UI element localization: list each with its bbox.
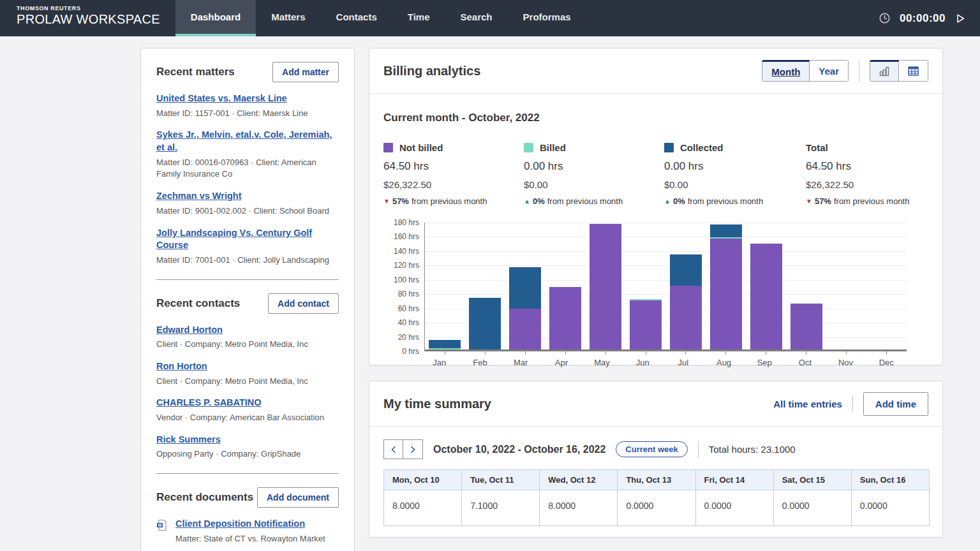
x-label-jun: Jun xyxy=(622,358,663,367)
chart-view-button[interactable] xyxy=(870,60,899,82)
bar-divider xyxy=(698,441,699,458)
y-tick-label: 120 hrs xyxy=(394,261,419,270)
contact-link[interactable]: Rick Summers xyxy=(156,434,221,444)
next-week-button[interactable] xyxy=(403,439,423,459)
stacked-bar-mar[interactable] xyxy=(509,267,541,349)
nav-tab-matters[interactable]: Matters xyxy=(256,0,320,36)
billing-analytics-card: Billing analytics Month Year xyxy=(369,48,943,365)
delta-text: from previous month xyxy=(412,196,487,206)
stacked-bar-aug[interactable] xyxy=(710,224,742,349)
contact-link[interactable]: CHARLES P. SABATINO xyxy=(156,397,262,408)
x-tick-slot xyxy=(786,351,826,355)
stat-label: Total xyxy=(806,142,828,153)
bar-slot-feb xyxy=(465,223,505,349)
x-tick-slot xyxy=(465,351,505,355)
add-document-button[interactable]: Add document xyxy=(257,487,339,508)
stacked-bar-oct[interactable] xyxy=(791,304,822,349)
table-view-button[interactable] xyxy=(899,60,928,82)
x-tick-slot xyxy=(826,351,866,355)
day-hours-cell[interactable]: 7.1000 xyxy=(462,490,540,526)
day-hours-cell[interactable]: 0.0000 xyxy=(618,490,695,526)
nav-timer-area: 00:00:00 xyxy=(879,0,980,36)
month-toggle-button[interactable]: Month xyxy=(762,60,810,82)
x-label-may: May xyxy=(582,358,623,367)
stacked-bar-jun[interactable] xyxy=(630,299,662,349)
bar-slot-apr xyxy=(546,223,586,349)
contact-link[interactable]: Ron Horton xyxy=(156,361,207,371)
stacked-bar-sep[interactable] xyxy=(750,244,782,349)
matter-link[interactable]: Zechman vs Wright xyxy=(156,191,241,201)
bar-segment-not-billed xyxy=(791,304,822,349)
current-week-pill[interactable]: Current week xyxy=(616,441,687,457)
stat-label: Billed xyxy=(540,142,566,153)
x-tick xyxy=(886,351,887,355)
delta-text: from previous month xyxy=(547,196,623,206)
matter-meta: Matter ID: 1157-001 · Client: Maersk Lin… xyxy=(156,108,339,120)
add-time-button[interactable]: Add time xyxy=(863,392,928,416)
stacked-bar-apr[interactable] xyxy=(549,287,581,349)
contact-meta: Client · Company: Metro Point Media, Inc xyxy=(156,339,339,351)
day-hours-cell[interactable]: 8.0000 xyxy=(384,490,462,526)
year-toggle-button[interactable]: Year xyxy=(810,60,849,82)
add-contact-button[interactable]: Add contact xyxy=(268,293,339,314)
x-tick xyxy=(725,351,726,355)
stat-hours: 0.00 hrs xyxy=(524,160,664,173)
nav-tab-proformas[interactable]: Proformas xyxy=(508,0,586,36)
stat-delta: ▲0% from previous month xyxy=(524,196,664,206)
stat-label: Collected xyxy=(680,142,724,153)
bar-slot-sep xyxy=(746,223,786,349)
contact-meta: Client · Company: Metro Point Media, Inc xyxy=(156,376,339,388)
contact-link[interactable]: Edward Horton xyxy=(156,325,223,335)
matter-item: United States vs. Maersk LineMatter ID: … xyxy=(156,92,339,119)
y-tick-label: 20 hrs xyxy=(398,333,419,342)
x-tick xyxy=(846,351,847,355)
day-hours-cell[interactable]: 0.0000 xyxy=(851,490,929,526)
stat-amount: $0.00 xyxy=(524,179,664,190)
bar-segment-not-billed xyxy=(710,239,742,349)
chart-y-axis: 0 hrs20 hrs40 hrs60 hrs80 hrs100 hrs120 … xyxy=(389,223,424,351)
x-tick-slot xyxy=(546,351,586,355)
svg-text:W: W xyxy=(158,523,162,527)
matter-link[interactable]: Sykes Jr., Melvin, etal.v. Cole, Jeremia… xyxy=(156,129,332,152)
start-timer-button[interactable] xyxy=(954,13,966,24)
add-matter-button[interactable]: Add matter xyxy=(272,62,339,82)
week-nav xyxy=(383,439,423,459)
date-range-label: October 10, 2022 - October 16, 2022 xyxy=(433,444,605,455)
word-doc-icon: W xyxy=(156,518,168,545)
all-time-entries-link[interactable]: All time entries xyxy=(773,399,842,409)
x-tick xyxy=(485,351,486,355)
day-hours-cell[interactable]: 0.0000 xyxy=(773,490,851,526)
document-link[interactable]: Client Deposition Notification xyxy=(175,518,305,529)
nav-tab-search[interactable]: Search xyxy=(445,0,508,36)
previous-week-button[interactable] xyxy=(383,439,403,459)
matter-link[interactable]: United States vs. Maersk Line xyxy=(156,93,287,103)
day-hours-cell[interactable]: 8.0000 xyxy=(540,490,618,526)
day-header-cell: Sun, Oct 16 xyxy=(851,470,929,490)
matter-link[interactable]: Jolly Landscaping Vs. Century Golf Cours… xyxy=(156,228,312,251)
stacked-bar-jan[interactable] xyxy=(429,340,461,349)
recent-documents-list: WClient Deposition NotificationMatter: S… xyxy=(156,518,339,551)
recent-contacts-title: Recent contacts xyxy=(156,297,240,310)
x-tick-slot xyxy=(706,351,746,355)
x-label-oct: Oct xyxy=(785,358,826,367)
y-tick-label: 180 hrs xyxy=(394,218,419,227)
bar-segment-not-billed xyxy=(630,300,662,349)
stat-hours: 64.50 hrs xyxy=(806,160,928,173)
contact-item: Rick SummersOpposing Party · Company: Gr… xyxy=(156,434,339,460)
nav-tab-contacts[interactable]: Contacts xyxy=(321,0,392,36)
brand-logo: THOMSON REUTERS PROLAW WORKSPACE xyxy=(0,0,175,36)
recent-contacts-list: Edward HortonClient · Company: Metro Poi… xyxy=(156,324,339,461)
x-tick-slot xyxy=(866,351,907,355)
stat-delta: ▼57% from previous month xyxy=(806,196,928,206)
stat-delta: ▲0% from previous month xyxy=(664,196,806,206)
stat-label-row: Billed xyxy=(524,142,664,153)
down-triangle-icon: ▼ xyxy=(383,198,390,205)
stacked-bar-feb[interactable] xyxy=(469,298,501,349)
bar-segment-not-billed xyxy=(549,287,581,349)
day-hours-cell[interactable]: 0.0000 xyxy=(695,490,773,526)
stat-total: Total64.50 hrs$26,322.50▼57% from previo… xyxy=(806,142,928,206)
stacked-bar-jul[interactable] xyxy=(670,254,702,349)
stacked-bar-may[interactable] xyxy=(590,224,621,350)
nav-tab-dashboard[interactable]: Dashboard xyxy=(175,0,256,36)
nav-tab-time[interactable]: Time xyxy=(392,0,445,36)
